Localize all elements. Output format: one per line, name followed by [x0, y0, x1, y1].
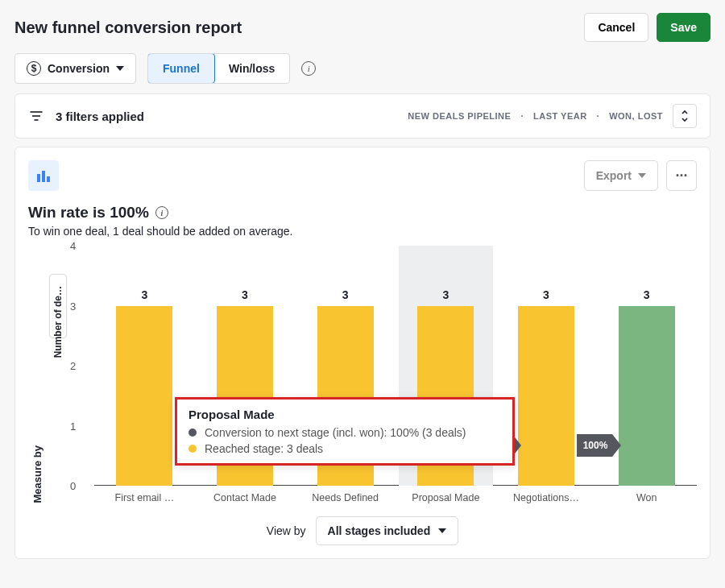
info-icon[interactable]: i [301, 61, 316, 76]
yaxis-expand-button[interactable]: Number of de… [49, 274, 67, 338]
expand-filters-button[interactable] [673, 104, 697, 128]
svg-rect-5 [47, 176, 50, 182]
bar-chart-icon[interactable] [28, 160, 59, 191]
chevron-down-icon [438, 528, 446, 533]
export-label: Export [596, 169, 632, 182]
bar-value-label: 3 [417, 288, 474, 301]
more-menu-button[interactable]: ··· [666, 160, 697, 191]
page-title: New funnel conversion report [14, 19, 242, 37]
bar-value-label: 3 [619, 288, 675, 301]
x-category-label: Contact Made [195, 492, 296, 503]
yaxis-label: Number of de… [52, 286, 64, 358]
y-tick: 4 [70, 240, 76, 252]
bar-value-label: 3 [217, 288, 273, 301]
dot-icon [188, 445, 197, 453]
x-category-label: Proposal Made [396, 492, 496, 503]
bar-value-label: 3 [317, 288, 374, 301]
info-icon[interactable]: i [155, 206, 168, 219]
filter-chip: NEW DEALS PIPELINE [408, 111, 511, 121]
filter-icon [28, 108, 44, 124]
funnel-chart: 3333100%3100%3 First email …Contact Made… [70, 246, 697, 503]
filter-chip: WON, LOST [609, 111, 663, 121]
svg-rect-4 [42, 171, 45, 182]
y-tick: 0 [70, 480, 76, 492]
chevron-down-icon [116, 66, 124, 71]
x-category-label: Won [596, 492, 697, 503]
measure-by-label: Measure by [31, 445, 44, 503]
y-tick: 2 [70, 360, 76, 372]
bar: 3 [518, 306, 574, 487]
svg-rect-3 [37, 174, 40, 182]
export-dropdown[interactable]: Export [584, 160, 658, 191]
y-tick: 1 [70, 420, 76, 432]
bar-value-label: 3 [518, 288, 574, 301]
filters-applied-label: 3 filters applied [56, 110, 144, 123]
winrate-heading: Win rate is 100% i [28, 204, 697, 222]
x-category-label: Needs Defined [295, 492, 396, 503]
metric-dropdown[interactable]: $ Conversion [14, 53, 136, 84]
chevron-down-icon [638, 173, 646, 178]
tab-funnel[interactable]: Funnel [147, 53, 215, 84]
tooltip-title: Proposal Made [188, 408, 501, 421]
filter-chip: LAST YEAR [533, 111, 587, 121]
viewby-dropdown[interactable]: All stages included [316, 516, 459, 545]
save-button[interactable]: Save [657, 13, 710, 42]
dot-icon [188, 429, 197, 437]
bar-value-label: 3 [116, 288, 172, 301]
filter-bar[interactable]: 3 filters applied NEW DEALS PIPELINE· LA… [14, 93, 710, 139]
chart-tooltip: Proposal Made Conversion to next stage (… [175, 397, 515, 466]
viewby-label: View by [267, 524, 306, 537]
y-tick: 3 [70, 300, 76, 312]
x-category-label: First email … [94, 492, 195, 503]
sort-icon [680, 110, 690, 122]
x-category-label: Negotiations… [496, 492, 597, 503]
cancel-button[interactable]: Cancel [584, 13, 648, 42]
tooltip-line: Conversion to next stage (incl. won): 10… [205, 426, 466, 439]
dollar-icon: $ [27, 61, 41, 76]
chart-card: Export ··· Win rate is 100% i To win one… [14, 147, 710, 559]
tab-group: Funnel Win/loss [147, 53, 290, 84]
ellipsis-icon: ··· [675, 168, 687, 184]
bar: 3 [116, 306, 172, 487]
tab-winloss[interactable]: Win/loss [214, 54, 289, 83]
tooltip-line: Reached stage: 3 deals [205, 442, 323, 455]
winrate-subtitle: To win one deal, 1 deal should be added … [28, 225, 697, 238]
metric-dropdown-label: Conversion [48, 62, 110, 75]
viewby-value: All stages included [328, 524, 431, 537]
bar: 3 [619, 306, 675, 487]
conversion-arrow: 100% [577, 434, 613, 457]
